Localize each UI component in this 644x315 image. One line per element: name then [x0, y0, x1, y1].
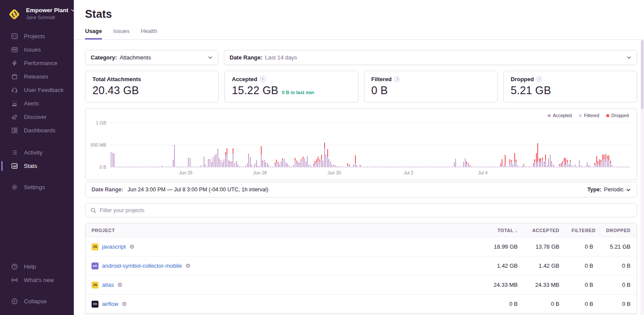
chart-bar[interactable] — [347, 163, 348, 167]
chart-bar[interactable] — [602, 154, 603, 167]
chart-bar[interactable] — [366, 167, 367, 167]
chart-bar[interactable] — [341, 167, 342, 167]
chart-bar[interactable] — [208, 159, 209, 167]
project-settings-icon[interactable]: ⚙ — [122, 301, 127, 307]
chart-bar[interactable] — [432, 167, 433, 167]
tab-issues[interactable]: Issues — [113, 28, 130, 39]
chart-bar[interactable] — [267, 163, 268, 167]
chart-bar[interactable] — [265, 162, 266, 167]
chart-bar[interactable] — [333, 164, 334, 167]
chart-bar[interactable] — [213, 157, 214, 167]
chart-bar[interactable] — [430, 167, 431, 167]
chart-bar[interactable] — [237, 164, 238, 167]
sidebar-item-activity[interactable]: Activity — [0, 146, 74, 159]
chart-bar[interactable] — [217, 149, 218, 167]
chart-bar[interactable] — [407, 167, 408, 167]
chart-bar[interactable] — [157, 167, 158, 167]
chart-bar[interactable] — [511, 160, 512, 167]
chart-bar[interactable] — [386, 167, 387, 167]
chart-bar[interactable] — [516, 160, 516, 167]
chart-bar[interactable] — [381, 167, 382, 167]
chart-bar[interactable] — [310, 166, 311, 167]
chart-bar[interactable] — [403, 167, 404, 167]
chart-bar[interactable] — [457, 167, 458, 167]
chart-bar[interactable] — [160, 167, 161, 167]
chart-bar[interactable] — [349, 164, 350, 167]
chart-bar[interactable] — [624, 167, 625, 167]
chart-bar[interactable] — [346, 167, 347, 167]
chart-bar[interactable] — [584, 167, 585, 167]
chart-bar[interactable] — [611, 165, 612, 167]
chart-bar[interactable] — [440, 167, 441, 167]
chart-bar[interactable] — [295, 158, 296, 167]
chart-bar[interactable] — [228, 160, 229, 167]
chart-bar[interactable] — [544, 162, 545, 167]
chart-bar[interactable] — [122, 167, 122, 167]
legend-accepted[interactable]: Accepted — [548, 113, 572, 118]
chart-bar[interactable] — [468, 163, 469, 167]
chart-bar[interactable] — [183, 167, 184, 167]
project-settings-icon[interactable]: ⚙ — [117, 282, 122, 288]
chart-bar[interactable] — [488, 167, 489, 167]
sidebar-item-issues[interactable]: Issues — [0, 43, 74, 56]
chart-bar[interactable] — [268, 165, 269, 167]
chart-bar[interactable] — [332, 165, 332, 167]
chart-bar[interactable] — [222, 162, 223, 167]
chart-bar[interactable] — [384, 167, 385, 167]
chart-bar[interactable] — [197, 167, 198, 167]
chart-bar[interactable] — [185, 167, 186, 167]
chart-bar[interactable] — [188, 158, 189, 167]
chart-bar[interactable] — [239, 166, 240, 167]
chart-bar[interactable] — [352, 167, 353, 167]
chart-bar[interactable] — [451, 167, 452, 167]
chart-bar[interactable] — [561, 163, 562, 167]
chart-bar[interactable] — [604, 155, 605, 167]
chart-bar[interactable] — [392, 167, 393, 167]
chart-bar[interactable] — [513, 164, 513, 167]
chart-bar[interactable] — [529, 166, 530, 167]
chart-bar[interactable] — [316, 159, 317, 167]
chart-bar[interactable] — [276, 160, 277, 167]
chart-bar[interactable] — [371, 167, 371, 167]
chart-bar[interactable] — [421, 167, 422, 167]
chart-bar[interactable] — [477, 167, 478, 167]
chart-bar[interactable] — [216, 154, 217, 167]
chart-bar[interactable] — [234, 163, 235, 167]
chart-bar[interactable] — [322, 161, 323, 167]
chart-bar[interactable] — [220, 160, 221, 167]
chart-bar[interactable] — [449, 167, 450, 167]
chart-bar[interactable] — [279, 164, 280, 167]
chart-bar[interactable] — [537, 143, 538, 167]
chart-bar[interactable] — [551, 161, 552, 167]
chart-bar[interactable] — [179, 167, 180, 167]
chart-bar[interactable] — [272, 167, 273, 167]
chart-bar[interactable] — [462, 167, 463, 167]
chart-bar[interactable] — [409, 167, 410, 167]
chart-bar[interactable] — [455, 159, 456, 167]
chart-bar[interactable] — [441, 167, 442, 167]
tab-health[interactable]: Health — [141, 28, 158, 39]
chart-bar[interactable] — [414, 167, 414, 167]
chart-bar[interactable] — [528, 167, 529, 167]
chart-bar[interactable] — [177, 167, 178, 167]
chart-bar[interactable] — [531, 167, 532, 167]
chart-bar[interactable] — [499, 167, 499, 167]
chart-bar[interactable] — [505, 155, 506, 167]
chart-bar[interactable] — [500, 164, 501, 167]
chart-bar[interactable] — [369, 167, 370, 167]
chart-bar[interactable] — [361, 167, 362, 167]
chart-bar[interactable] — [471, 167, 472, 167]
chart-bar[interactable] — [131, 167, 131, 167]
chart-bar[interactable] — [262, 161, 263, 167]
project-link[interactable]: atlas — [102, 282, 114, 288]
chart-bar[interactable] — [287, 164, 288, 167]
chart-bar[interactable] — [520, 167, 521, 167]
chart-bar[interactable] — [230, 161, 230, 167]
scrollbar-thumb[interactable] — [641, 40, 644, 109]
chart-bar[interactable] — [245, 165, 246, 167]
chart-bar[interactable] — [278, 162, 279, 167]
chart-bar[interactable] — [591, 167, 592, 167]
chart-bar[interactable] — [336, 166, 337, 167]
chart-bar[interactable] — [559, 164, 560, 167]
chart-bar[interactable] — [486, 167, 487, 167]
